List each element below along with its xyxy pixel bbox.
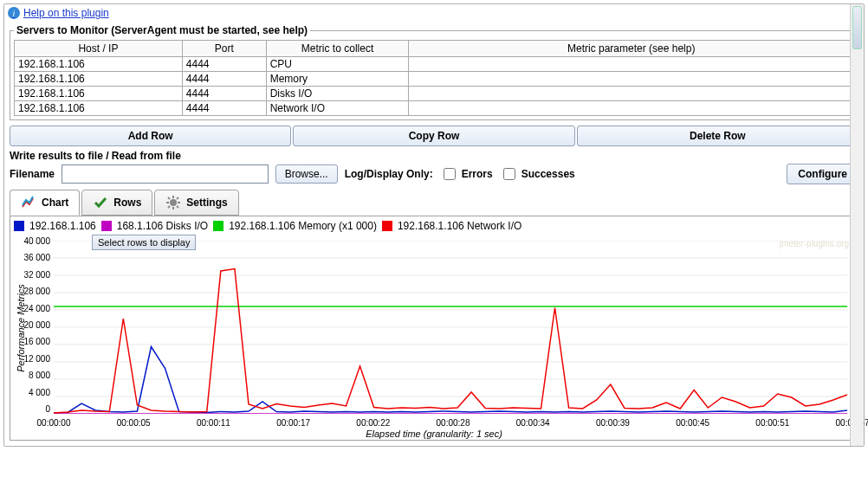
legend-swatch (382, 221, 392, 231)
check-icon (93, 195, 108, 210)
copy-row-button[interactable]: Copy Row (293, 126, 574, 146)
add-row-button[interactable]: Add Row (10, 126, 291, 146)
help-link[interactable]: i Help on this plugin (8, 7, 109, 19)
x-tick: 00:00:17 (276, 418, 310, 428)
col-header[interactable]: Port (182, 41, 266, 57)
col-header[interactable]: Host / IP (15, 41, 183, 57)
legend-swatch (101, 221, 112, 231)
tab-rows[interactable]: Rows (81, 190, 152, 216)
svg-point-0 (170, 199, 177, 206)
table-row[interactable]: 192.168.1.1064444Disks I/O (15, 87, 854, 101)
filename-label: Filename (10, 168, 55, 180)
x-tick: 00:00:00 (37, 418, 71, 428)
y-tick: 12 000 (10, 353, 50, 363)
browse-button[interactable]: Browse... (275, 164, 338, 184)
y-tick: 8 000 (10, 371, 50, 380)
filename-input[interactable] (62, 164, 269, 184)
y-tick: 0 (10, 404, 50, 414)
legend-label: 192.168.1.106 Memory (x1 000) (229, 220, 377, 232)
servers-table: Host / IPPortMetric to collectMetric par… (14, 40, 854, 116)
x-tick: 00:00:22 (356, 418, 390, 428)
file-section-label: Write results to file / Read from file (10, 150, 858, 162)
legend-label: 168.1.106 Disks I/O (117, 220, 208, 232)
col-header[interactable]: Metric parameter (see help) (409, 41, 854, 57)
y-tick: 28 000 (10, 287, 50, 296)
x-axis-label: Elapsed time (granularity: 1 sec) (366, 429, 502, 439)
x-tick: 00:00:45 (676, 418, 709, 428)
delete-row-button[interactable]: Delete Row (577, 126, 858, 146)
legend-label: 192.168.1.106 Network I/O (398, 220, 521, 232)
y-tick: 36 000 (10, 253, 50, 262)
gear-icon (165, 195, 181, 210)
y-tick: 24 000 (10, 303, 50, 313)
x-tick: 00:00:51 (755, 418, 789, 428)
successes-checkbox[interactable]: Successes (500, 165, 575, 183)
x-tick: 00:00:05 (117, 418, 151, 428)
servers-fieldset: Servers to Monitor (ServerAgent must be … (10, 24, 858, 120)
tab-chart[interactable]: Chart (10, 190, 80, 216)
vertical-scrollbar[interactable] (850, 4, 864, 446)
legend-swatch (14, 221, 24, 231)
legend-swatch (213, 221, 223, 231)
x-tick: 00:00:11 (197, 418, 230, 428)
info-icon: i (8, 7, 20, 19)
chart-legend: 192.168.1.106168.1.106 Disks I/O192.168.… (14, 220, 854, 232)
legend-label: 192.168.1.106 (29, 220, 96, 232)
x-tick: 00:00:28 (437, 418, 470, 428)
table-row[interactable]: 192.168.1.1064444Memory (15, 72, 854, 87)
x-tick: 00:00:39 (596, 418, 630, 428)
configure-button[interactable]: Configure (787, 164, 858, 184)
help-link-text: Help on this plugin (23, 7, 109, 19)
scrollbar-thumb[interactable] (852, 6, 862, 49)
svg-line-8 (177, 197, 178, 199)
svg-line-7 (168, 206, 170, 208)
chart-icon (21, 195, 36, 210)
series-line (54, 347, 847, 414)
logdisplay-label: Log/Display Only: (345, 168, 433, 180)
tab-settings[interactable]: Settings (154, 190, 238, 216)
svg-line-5 (168, 197, 170, 199)
servers-legend: Servers to Monitor (ServerAgent must be … (14, 24, 310, 36)
y-tick: 20 000 (10, 320, 50, 330)
x-tick: 00:00:34 (516, 418, 550, 428)
errors-checkbox[interactable]: Errors (440, 165, 493, 183)
svg-line-6 (177, 206, 178, 208)
y-tick: 32 000 (10, 269, 50, 279)
chart-panel: 192.168.1.106168.1.106 Disks I/O192.168.… (10, 216, 858, 441)
rows-tooltip: Select rows to display (92, 235, 196, 250)
col-header[interactable]: Metric to collect (266, 41, 409, 57)
y-tick: 4 000 (10, 387, 50, 396)
table-row[interactable]: 192.168.1.1064444CPU (15, 57, 854, 72)
y-tick: 16 000 (10, 337, 50, 346)
table-row[interactable]: 192.168.1.1064444Network I/O (15, 101, 854, 116)
y-tick: 40 000 (10, 236, 50, 246)
